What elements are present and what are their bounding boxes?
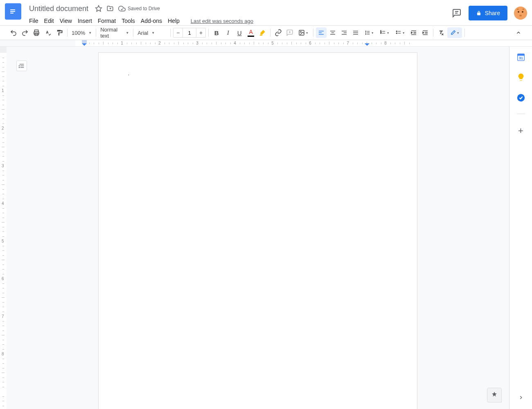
bulleted-list-button[interactable]: ▼ (393, 27, 408, 38)
svg-point-36 (396, 31, 397, 31)
align-left-button[interactable] (316, 27, 327, 38)
calendar-sidebar-icon[interactable]: 31 (516, 52, 525, 61)
decrease-indent-button[interactable] (408, 27, 419, 38)
text-color-button[interactable]: A (246, 27, 256, 38)
font-family-select[interactable]: Arial▼ (136, 28, 168, 38)
font-size-decrease[interactable]: − (174, 28, 183, 37)
menu-help[interactable]: Help (165, 16, 183, 26)
svg-point-57 (19, 67, 19, 67)
bold-button[interactable]: B (211, 27, 222, 38)
share-button-label: Share (485, 10, 500, 16)
increase-indent-button[interactable] (420, 27, 431, 38)
move-to-folder-icon[interactable] (106, 4, 114, 13)
svg-marker-50 (82, 43, 87, 46)
svg-marker-52 (365, 43, 370, 46)
collapse-toolbar-button[interactable] (513, 27, 524, 38)
font-size-input[interactable] (183, 28, 196, 37)
svg-text:2: 2 (380, 32, 381, 34)
lock-icon (476, 10, 482, 16)
svg-point-37 (396, 33, 397, 34)
hide-side-panel-button[interactable] (516, 393, 526, 402)
align-center-button[interactable] (327, 27, 338, 38)
comments-button[interactable] (451, 8, 462, 18)
get-addons-button[interactable]: + (518, 126, 523, 136)
toolbar: 100%▼ Normal text▼ Arial▼ − + B I U A ▼ … (0, 25, 532, 40)
svg-rect-59 (517, 54, 524, 56)
document-content[interactable]: . (99, 53, 417, 94)
insert-comment-button[interactable] (284, 27, 295, 38)
svg-rect-2 (10, 13, 14, 13)
align-right-button[interactable] (339, 27, 349, 38)
show-outline-button[interactable] (16, 61, 27, 71)
insert-link-button[interactable] (273, 27, 284, 38)
menu-file[interactable]: File (26, 16, 41, 26)
font-value: Arial (138, 30, 148, 36)
share-button[interactable]: Share (469, 6, 507, 20)
svg-marker-3 (96, 6, 102, 11)
redo-button[interactable] (20, 27, 30, 38)
zoom-select[interactable]: 100%▼ (70, 28, 93, 38)
side-panel: 31 + (509, 47, 532, 409)
menu-addons[interactable]: Add-ons (138, 16, 165, 26)
menu-view[interactable]: View (57, 16, 75, 26)
font-size-group: − + (173, 28, 206, 38)
menu-tools[interactable]: Tools (119, 16, 138, 26)
spellcheck-button[interactable] (43, 27, 53, 38)
paragraph-style-select[interactable]: Normal text▼ (99, 25, 131, 40)
highlight-color-button[interactable] (257, 27, 268, 38)
svg-point-7 (518, 11, 519, 13)
align-justify-button[interactable] (350, 27, 361, 38)
vertical-ruler[interactable]: 12345678 (0, 47, 7, 409)
print-button[interactable] (31, 27, 42, 38)
keep-sidebar-icon[interactable] (516, 73, 525, 82)
italic-button[interactable]: I (223, 27, 233, 38)
account-avatar[interactable] (514, 7, 527, 20)
zoom-value: 100% (72, 30, 85, 36)
document-title-input[interactable]: Untitled document (26, 3, 91, 14)
insert-image-button[interactable]: ▼ (296, 27, 311, 38)
numbered-list-button[interactable]: 12▼ (377, 27, 392, 38)
paint-format-button[interactable] (54, 27, 65, 38)
horizontal-ruler[interactable]: 12345678 (0, 40, 532, 47)
svg-point-8 (522, 11, 523, 13)
document-page[interactable]: . (98, 52, 417, 409)
line-spacing-button[interactable]: ▼ (362, 27, 376, 38)
undo-button[interactable] (8, 27, 19, 38)
clear-formatting-button[interactable] (436, 27, 446, 38)
save-status-text: Saved to Drive (128, 6, 160, 11)
last-edit-link[interactable]: Last edit was seconds ago (191, 18, 253, 24)
style-value: Normal text (100, 27, 122, 39)
underline-button[interactable]: U (234, 27, 245, 38)
svg-point-56 (19, 65, 19, 66)
menu-insert[interactable]: Insert (75, 16, 95, 26)
svg-text:31: 31 (518, 56, 523, 60)
docs-home-button[interactable] (5, 3, 21, 20)
menu-format[interactable]: Format (95, 16, 119, 26)
star-icon[interactable] (95, 4, 103, 13)
svg-rect-51 (82, 40, 87, 43)
menu-edit[interactable]: Edit (41, 16, 57, 26)
explore-button[interactable] (487, 388, 502, 402)
save-status[interactable]: Saved to Drive (118, 5, 160, 12)
svg-point-16 (300, 31, 301, 33)
font-size-increase[interactable]: + (196, 28, 205, 37)
svg-rect-1 (10, 11, 15, 12)
cloud-saved-icon (118, 5, 126, 12)
editing-mode-button[interactable]: ▼ (447, 27, 462, 38)
tasks-sidebar-icon[interactable] (516, 93, 525, 102)
svg-point-9 (519, 15, 522, 16)
svg-rect-0 (10, 9, 15, 10)
svg-point-6 (514, 7, 527, 20)
document-area[interactable]: . (7, 47, 509, 409)
menu-bar: File Edit View Insert Format Tools Add-o… (26, 16, 451, 26)
